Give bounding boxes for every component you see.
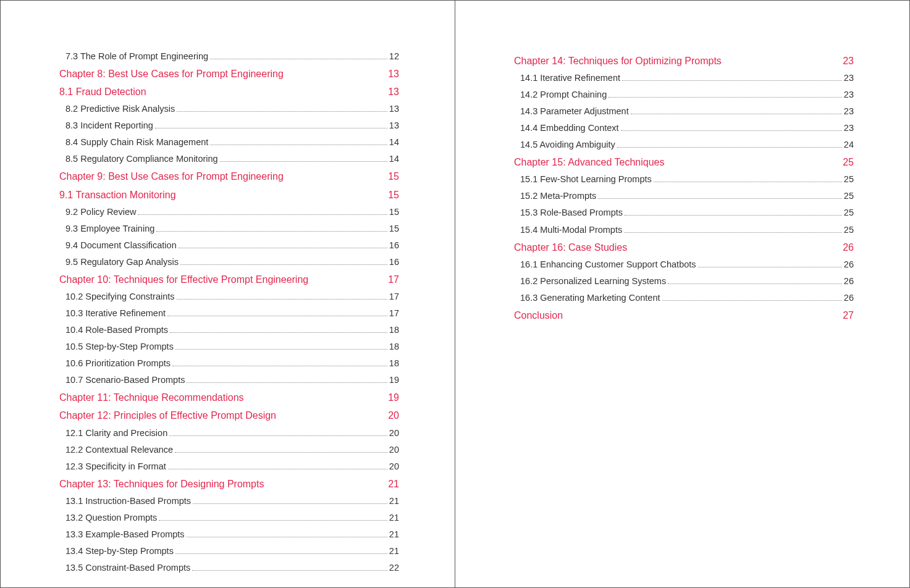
toc-page-number: 27 (843, 308, 854, 322)
toc-heading[interactable]: Chapter 14: Techniques for Optimizing Pr… (514, 54, 854, 68)
toc-label: 10.6 Prioritization Prompts (65, 357, 171, 370)
toc-label: 9.3 Employee Training (65, 222, 154, 235)
toc-subitem[interactable]: 16.3 Generating Marketing Content26 (514, 292, 854, 304)
toc-page-number: 15 (388, 188, 399, 202)
leader-dots (662, 300, 842, 301)
toc-label: 14.1 Iterative Refinement (520, 72, 620, 85)
toc-subitem[interactable]: 13.4 Step-by-Step Prompts21 (59, 545, 399, 558)
toc-label: Chapter 15: Advanced Techniques (514, 155, 664, 169)
leader-dots (167, 316, 387, 316)
toc-page-number: 21 (389, 511, 399, 524)
page-right: Chapter 14: Techniques for Optimizing Pr… (455, 1, 909, 587)
toc-page-number: 25 (843, 155, 854, 169)
toc-label: Chapter 12: Principles of Effective Prom… (59, 408, 276, 422)
toc-label: 16.1 Enhancing Customer Support Chatbots (520, 258, 696, 271)
toc-subitem[interactable]: 10.4 Role-Based Prompts18 (59, 324, 399, 337)
toc-heading[interactable]: Chapter 16: Case Studies26 (514, 240, 854, 254)
toc-subitem[interactable]: 8.4 Supply Chain Risk Management14 (59, 136, 399, 149)
toc-page-number: 15 (388, 169, 399, 183)
toc-subitem[interactable]: 14.1 Iterative Refinement23 (514, 72, 854, 85)
toc-subitem[interactable]: 14.3 Parameter Adjustment23 (514, 105, 854, 118)
toc-subitem[interactable]: 13.5 Constraint-Based Prompts22 (59, 561, 399, 574)
toc-subitem[interactable]: 9.5 Regulatory Gap Analysis16 (59, 256, 399, 269)
leader-dots (168, 469, 387, 469)
toc-page-number: 26 (844, 292, 854, 304)
toc-page-number: 22 (389, 561, 399, 574)
leader-dots (155, 128, 387, 128)
toc-label: 12.2 Contextual Relevance (65, 443, 173, 456)
toc-label: 8.3 Incident Reporting (65, 119, 153, 132)
toc-subitem[interactable]: 9.3 Employee Training15 (59, 222, 399, 235)
toc-subitem[interactable]: 14.5 Avoiding Ambiguity24 (514, 138, 854, 151)
toc-label: 10.5 Step-by-Step Prompts (65, 340, 174, 353)
toc-subitem[interactable]: 9.4 Document Classification16 (59, 239, 399, 252)
toc-label: 13.4 Step-by-Step Prompts (65, 545, 174, 558)
toc-label: 15.4 Multi-Modal Prompts (520, 224, 622, 237)
toc-subitem[interactable]: 10.6 Prioritization Prompts18 (59, 357, 399, 370)
toc-subitem[interactable]: 10.3 Iterative Refinement17 (59, 307, 399, 320)
toc-label: 14.5 Avoiding Ambiguity (520, 138, 615, 151)
toc-label: 8.1 Fraud Detection (59, 85, 146, 99)
toc-subitem[interactable]: 12.3 Specificity in Format20 (59, 460, 399, 473)
toc-subitem[interactable]: 10.7 Scenario-Based Prompts19 (59, 374, 399, 387)
toc-label: 9.2 Policy Review (65, 206, 136, 219)
toc-subitem[interactable]: 8.3 Incident Reporting13 (59, 119, 399, 132)
toc-subitem[interactable]: 13.3 Example-Based Prompts21 (59, 528, 399, 541)
toc-subitem[interactable]: 8.2 Predictive Risk Analysis13 (59, 103, 399, 116)
leader-dots (617, 147, 842, 148)
toc-page-number: 21 (389, 495, 399, 508)
toc-subitem[interactable]: 15.1 Few-Shot Learning Prompts25 (514, 173, 854, 186)
toc-heading[interactable]: Chapter 8: Best Use Cases for Prompt Eng… (59, 67, 399, 81)
leader-dots (668, 284, 842, 284)
toc-page-number: 23 (844, 122, 854, 135)
toc-heading[interactable]: Chapter 13: Techniques for Designing Pro… (59, 477, 399, 491)
toc-subitem[interactable]: 15.3 Role-Based Prompts25 (514, 206, 854, 219)
toc-label: 9.4 Document Classification (65, 239, 177, 252)
toc-subitem[interactable]: 12.1 Clarity and Precision20 (59, 427, 399, 440)
toc-label: 10.4 Role-Based Prompts (65, 324, 168, 337)
leader-dots (159, 520, 387, 521)
toc-label: 16.2 Personalized Learning Systems (520, 275, 666, 288)
page-left: 7.3 The Role of Prompt Engineering12Chap… (1, 1, 455, 587)
toc-heading[interactable]: 8.1 Fraud Detection13 (59, 85, 399, 99)
toc-subitem[interactable]: 7.3 The Role of Prompt Engineering12 (59, 50, 399, 63)
toc-label: 14.3 Parameter Adjustment (520, 105, 629, 118)
toc-page-number: 25 (844, 206, 854, 219)
leader-dots (177, 299, 387, 300)
toc-subitem[interactable]: 14.4 Embedding Context23 (514, 122, 854, 135)
leader-dots (175, 553, 387, 554)
toc-label: 8.5 Regulatory Compliance Monitoring (65, 153, 218, 166)
leader-dots (187, 382, 387, 383)
leader-dots (220, 161, 387, 162)
toc-subitem[interactable]: 8.5 Regulatory Compliance Monitoring14 (59, 153, 399, 166)
toc-heading[interactable]: Chapter 15: Advanced Techniques25 (514, 155, 854, 169)
toc-heading[interactable]: 9.1 Transaction Monitoring15 (59, 188, 399, 202)
toc-subitem[interactable]: 12.2 Contextual Relevance20 (59, 443, 399, 456)
toc-subitem[interactable]: 13.1 Instruction-Based Prompts21 (59, 495, 399, 508)
toc-subitem[interactable]: 16.1 Enhancing Customer Support Chatbots… (514, 258, 854, 271)
toc-label: Chapter 8: Best Use Cases for Prompt Eng… (59, 67, 284, 81)
toc-subitem[interactable]: 15.2 Meta-Prompts25 (514, 190, 854, 203)
toc-page-number: 14 (389, 136, 399, 149)
leader-dots (210, 145, 387, 145)
toc-heading[interactable]: Conclusion27 (514, 308, 854, 322)
toc-label: 10.2 Specifying Constraints (65, 290, 175, 303)
toc-subitem[interactable]: 9.2 Policy Review15 (59, 206, 399, 219)
toc-subitem[interactable]: 14.2 Prompt Chaining23 (514, 88, 854, 101)
toc-page-number: 20 (389, 460, 399, 473)
toc-label: 7.3 The Role of Prompt Engineering (65, 50, 208, 63)
toc-label: 16.3 Generating Marketing Content (520, 292, 660, 304)
toc-label: Chapter 13: Techniques for Designing Pro… (59, 477, 264, 491)
toc-subitem[interactable]: 10.5 Step-by-Step Prompts18 (59, 340, 399, 353)
toc-subitem[interactable]: 16.2 Personalized Learning Systems26 (514, 275, 854, 288)
toc-subitem[interactable]: 15.4 Multi-Modal Prompts25 (514, 224, 854, 237)
leader-dots (598, 198, 842, 199)
toc-heading[interactable]: Chapter 12: Principles of Effective Prom… (59, 408, 399, 422)
toc-heading[interactable]: Chapter 9: Best Use Cases for Prompt Eng… (59, 169, 399, 183)
toc-subitem[interactable]: 10.2 Specifying Constraints17 (59, 290, 399, 303)
toc-label: Chapter 11: Technique Recommendations (59, 390, 244, 405)
toc-subitem[interactable]: 13.2 Question Prompts21 (59, 511, 399, 524)
toc-heading[interactable]: Chapter 10: Techniques for Effective Pro… (59, 272, 399, 287)
toc-heading[interactable]: Chapter 11: Technique Recommendations19 (59, 390, 399, 405)
toc-label: 9.5 Regulatory Gap Analysis (65, 256, 179, 269)
